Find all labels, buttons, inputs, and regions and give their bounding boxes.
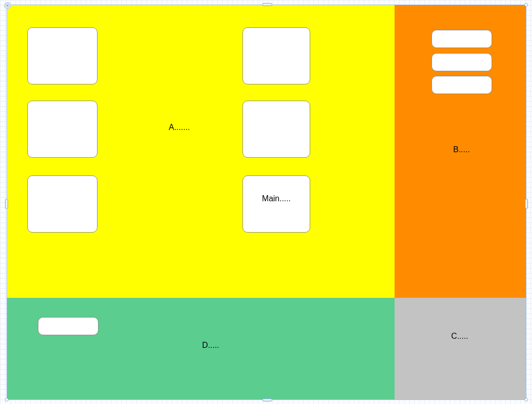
- close-icon[interactable]: ×: [4, 2, 11, 9]
- drag-grip-right-icon[interactable]: [525, 199, 528, 209]
- resize-handle-bottom-left[interactable]: [5, 398, 9, 401]
- close-icon-glyph: ×: [6, 4, 9, 8]
- selection-bounding-box[interactable]: ×: [7, 5, 526, 400]
- resize-handle-top-right[interactable]: [524, 3, 528, 7]
- drag-grip-left-icon[interactable]: [5, 199, 8, 209]
- drag-grip-bottom-icon[interactable]: [262, 398, 272, 401]
- drag-grip-top-icon[interactable]: [262, 3, 272, 6]
- resize-handle-bottom-right[interactable]: [524, 398, 528, 401]
